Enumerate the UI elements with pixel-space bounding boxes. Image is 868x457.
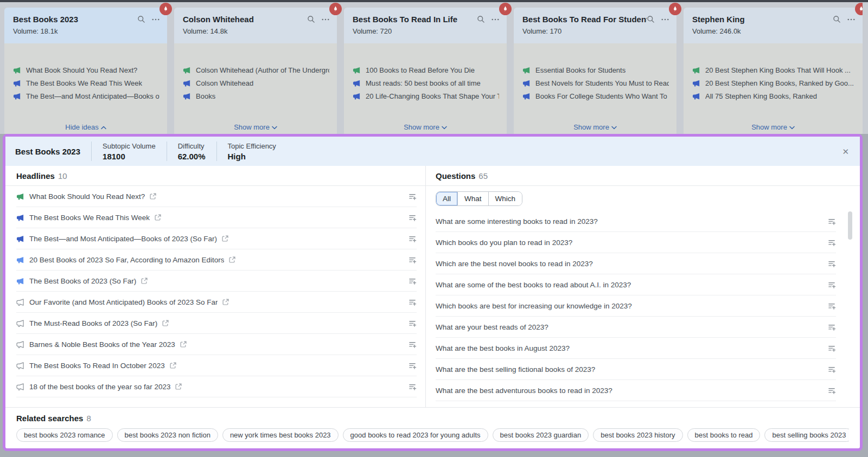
related-search-pill[interactable]: new york times best books 2023 — [222, 428, 339, 442]
stat-divider — [91, 141, 92, 161]
card-body: 20 Best Stephen King Books That Will Hoo… — [684, 43, 863, 134]
related-search-pill[interactable]: best selling books 2023 — [764, 428, 849, 442]
add-to-list-icon[interactable] — [828, 344, 836, 352]
card-headline-text: What Book Should You Read Next? — [26, 66, 137, 74]
card-headline-text: 100 Books to Read Before You Die — [366, 66, 475, 74]
show-more-toggle[interactable]: Show more — [684, 123, 863, 131]
topic-card[interactable]: Stephen King Volume: 246.0k 20 Best Step… — [684, 8, 863, 134]
headline-row[interactable]: 18 of the best books of the year so far … — [16, 376, 417, 397]
add-to-list-icon[interactable] — [409, 277, 417, 285]
question-filter-which[interactable]: Which — [489, 192, 522, 205]
card-headline-item: The Best—and Most Anticipated—Books of 2… — [13, 92, 159, 100]
topic-card[interactable]: Colson Whitehead Volume: 14.8k Colson Wh… — [174, 8, 337, 134]
more-menu-icon[interactable] — [847, 18, 855, 21]
headline-row[interactable]: What Book Should You Read Next? — [16, 186, 417, 207]
headline-row[interactable]: The Must-Read Books of 2023 (So Far) — [16, 313, 417, 334]
question-row[interactable]: What are your best reads of 2023? — [436, 317, 836, 338]
card-headline-item: Colson Whitehead — [183, 79, 329, 87]
topic-card[interactable]: Best Books To Read In Life Volume: 720 1… — [344, 8, 507, 134]
headline-row[interactable]: Our Favorite (and Most Anticipated) Book… — [16, 292, 417, 313]
flame-icon — [858, 5, 863, 12]
more-menu-icon[interactable] — [661, 18, 669, 21]
external-link-icon[interactable] — [155, 214, 161, 221]
add-to-list-icon[interactable] — [409, 298, 417, 306]
headline-row[interactable]: The Best Books To Read In October 2023 — [16, 355, 417, 376]
questions-scrollbar[interactable] — [848, 211, 852, 240]
stat-label: Difficulty — [178, 142, 206, 150]
headline-row[interactable]: 20 Best Books of 2023 So Far, According … — [16, 249, 417, 271]
add-to-list-icon[interactable] — [828, 302, 836, 310]
related-search-pill[interactable]: best books 2023 history — [593, 428, 682, 442]
card-header: Stephen King Volume: 246.0k — [684, 8, 863, 43]
external-link-icon[interactable] — [141, 278, 148, 284]
question-text: What are some interesting books to read … — [436, 217, 598, 226]
external-link-icon[interactable] — [229, 256, 235, 263]
question-filter-what[interactable]: What — [458, 192, 489, 205]
card-headline-text: Books — [196, 92, 215, 100]
card-body: Colson Whitehead (Author of The Undergro… — [174, 43, 337, 134]
headline-row[interactable]: Barnes & Noble Best Books of the Year 20… — [16, 334, 417, 355]
related-search-pill[interactable]: best books 2023 guardian — [493, 428, 589, 442]
add-to-list-icon[interactable] — [828, 281, 836, 289]
question-row[interactable]: What are some interesting books to read … — [436, 211, 836, 232]
question-row[interactable]: What are some of the best books to read … — [436, 274, 836, 295]
related-search-pill[interactable]: best books 2023 non fiction — [117, 428, 218, 442]
close-icon[interactable]: ✕ — [842, 147, 849, 156]
add-to-list-icon[interactable] — [409, 340, 417, 349]
headline-row[interactable]: The Best Books We Read This Week — [16, 207, 417, 228]
add-to-list-icon[interactable] — [409, 235, 417, 243]
search-icon[interactable] — [137, 15, 145, 23]
external-link-icon[interactable] — [170, 362, 176, 369]
topic-card[interactable]: Best Books To Read For Students Volume: … — [514, 8, 676, 134]
add-to-list-icon[interactable] — [828, 239, 836, 247]
show-more-toggle[interactable]: Hide ideas — [4, 123, 167, 131]
external-link-icon[interactable] — [150, 193, 156, 199]
more-menu-icon[interactable] — [152, 18, 159, 21]
search-icon[interactable] — [647, 15, 655, 23]
headline-row[interactable]: The Best Books of 2023 (So Far) — [16, 271, 417, 292]
question-row[interactable]: What are the best selling fictional book… — [436, 359, 836, 380]
megaphone-icon — [13, 92, 21, 100]
add-to-list-icon[interactable] — [409, 256, 417, 264]
topic-card[interactable]: Best Books 2023 Volume: 18.1k What Book … — [4, 8, 167, 134]
related-search-pill[interactable]: best books 2023 romance — [16, 428, 113, 442]
search-icon[interactable] — [307, 15, 315, 23]
show-more-toggle[interactable]: Show more — [514, 123, 676, 131]
add-to-list-icon[interactable] — [409, 362, 417, 370]
panel-title: Best Books 2023 — [15, 147, 80, 156]
question-row[interactable]: What are the best adventurous books to r… — [436, 380, 836, 401]
add-to-list-icon[interactable] — [828, 217, 836, 226]
headline-row[interactable]: The Best—and Most Anticipated—Books of 2… — [16, 228, 417, 249]
flame-icon — [332, 5, 339, 12]
show-more-toggle[interactable]: Show more — [174, 123, 337, 131]
external-link-icon[interactable] — [222, 299, 229, 305]
question-filter-all[interactable]: All — [436, 192, 458, 205]
question-row[interactable]: Which books are best for increasing our … — [436, 295, 836, 317]
related-search-pill[interactable]: best books to read — [687, 428, 761, 442]
add-to-list-icon[interactable] — [828, 260, 836, 268]
add-to-list-icon[interactable] — [828, 365, 836, 374]
related-search-pill[interactable]: good books to read 2023 for young adults — [343, 428, 488, 442]
card-volume: Volume: 14.8k — [183, 27, 329, 35]
add-to-list-icon[interactable] — [828, 323, 836, 331]
add-to-list-icon[interactable] — [409, 192, 417, 201]
question-row[interactable]: What are the best books in August 2023? — [436, 338, 836, 359]
add-to-list-icon[interactable] — [828, 387, 836, 395]
megaphone-icon — [13, 79, 21, 87]
add-to-list-icon[interactable] — [409, 214, 417, 222]
add-to-list-icon[interactable] — [409, 383, 417, 391]
show-more-toggle[interactable]: Show more — [344, 123, 507, 131]
more-menu-icon[interactable] — [322, 18, 329, 21]
external-link-icon[interactable] — [162, 320, 169, 326]
add-to-list-icon[interactable] — [409, 319, 417, 327]
external-link-icon[interactable] — [175, 383, 182, 390]
question-row[interactable]: Which are the best novel books to read i… — [436, 253, 836, 274]
external-link-icon[interactable] — [222, 235, 228, 242]
question-row[interactable]: Which books do you plan to read in 2023? — [436, 232, 836, 253]
search-icon[interactable] — [833, 15, 841, 23]
search-icon[interactable] — [477, 15, 485, 23]
more-menu-icon[interactable] — [492, 18, 499, 21]
flame-icon — [672, 5, 679, 12]
card-title: Stephen King — [692, 15, 745, 24]
external-link-icon[interactable] — [180, 341, 187, 347]
